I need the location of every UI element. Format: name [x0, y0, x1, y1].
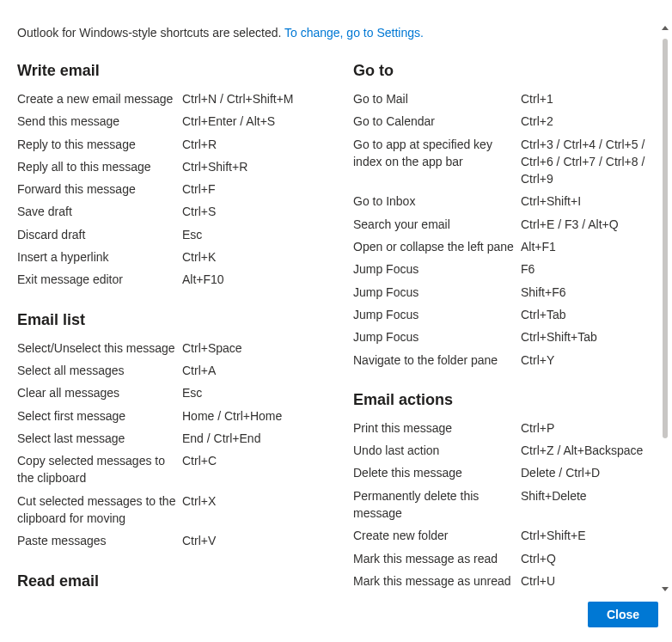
shortcut-action: Send this message: [17, 113, 182, 130]
shortcut-section: Write emailCreate a new email messageCtr…: [17, 62, 319, 289]
shortcut-row: Discard draftEsc: [17, 226, 319, 243]
shortcut-keys: Esc: [182, 384, 319, 401]
section-title: Write email: [17, 62, 319, 80]
shortcut-row: Exit message editorAlt+F10: [17, 271, 319, 288]
shortcut-keys: Ctrl+2: [521, 113, 655, 130]
dialog-footer: Close: [0, 595, 672, 642]
intro-text: Outlook for Windows-style shortcuts are …: [17, 26, 284, 40]
scrollbar-thumb[interactable]: [663, 39, 668, 438]
shortcut-action: Select all messages: [17, 362, 182, 379]
shortcut-action: Clear all messages: [17, 384, 182, 401]
shortcut-row: Copy selected messages to the clipboardC…: [17, 452, 319, 487]
shortcut-keys: Ctrl+A: [182, 362, 319, 379]
shortcut-action: Cut selected messages to the clipboard f…: [17, 492, 182, 528]
shortcut-row: Search your emailCtrl+E / F3 / Alt+Q: [353, 216, 655, 233]
shortcut-keys: Ctrl+E / F3 / Alt+Q: [521, 216, 655, 233]
shortcut-section: Read emailOpen this messageEnter / Space…: [17, 572, 319, 595]
shortcut-keys: Ctrl+Q: [521, 550, 655, 567]
shortcut-action: Mark this message as unread: [353, 572, 521, 590]
shortcut-keys: Esc: [182, 226, 319, 243]
shortcut-action: Undo last action: [353, 442, 521, 459]
shortcut-row: Clear all messagesEsc: [17, 384, 319, 401]
shortcut-action: Select first message: [17, 407, 182, 425]
shortcut-row: Select last messageEnd / Ctrl+End: [17, 430, 319, 447]
scrollbar[interactable]: [658, 0, 672, 595]
shortcut-keys: Shift+Delete: [521, 487, 655, 504]
shortcut-action: Go to Inbox: [353, 193, 521, 210]
shortcut-action: Mark this message as read: [353, 550, 521, 567]
left-column: Write emailCreate a new email messageCtr…: [17, 62, 319, 595]
section-title: Email list: [17, 311, 319, 329]
settings-link[interactable]: To change, go to Settings.: [284, 26, 424, 40]
shortcut-action: Reply all to this message: [17, 158, 182, 175]
shortcut-keys: Ctrl+Space: [182, 339, 319, 357]
shortcut-keys: Alt+F10: [182, 271, 319, 288]
shortcut-keys: Ctrl+K: [182, 248, 319, 266]
shortcut-keys: Alt+F1: [521, 238, 655, 255]
shortcut-action: Go to Calendar: [353, 113, 521, 130]
shortcut-keys: Ctrl+Shift+E: [521, 527, 655, 544]
shortcut-action: Reply to this message: [17, 136, 182, 153]
shortcut-action: Exit message editor: [17, 271, 182, 288]
shortcut-row: Print this messageCtrl+P: [353, 419, 655, 437]
section-title: Go to: [353, 62, 655, 80]
shortcut-keys: Ctrl+Tab: [521, 306, 655, 323]
shortcut-keys: Ctrl+N / Ctrl+Shift+M: [182, 90, 319, 107]
shortcut-row: Go to CalendarCtrl+2: [353, 113, 655, 130]
shortcut-action: Select last message: [17, 430, 182, 447]
shortcut-action: Jump Focus: [353, 260, 521, 278]
shortcut-action: Jump Focus: [353, 306, 521, 323]
shortcut-row: Undo last actionCtrl+Z / Alt+Backspace: [353, 442, 655, 459]
shortcut-action: Create new folder: [353, 527, 521, 544]
shortcut-row: Mark this message as unreadCtrl+U: [353, 572, 655, 590]
shortcut-keys: Delete / Ctrl+D: [521, 464, 655, 481]
shortcut-keys: Ctrl+X: [182, 492, 319, 510]
shortcut-row: Select/Unselect this messageCtrl+Space: [17, 339, 319, 357]
shortcut-action: Forward this message: [17, 180, 182, 198]
shortcut-action: Jump Focus: [353, 284, 521, 301]
shortcut-row: Jump FocusShift+F6: [353, 284, 655, 301]
shortcut-row: Jump FocusF6: [353, 260, 655, 278]
shortcut-action: Go to app at specified key index on the …: [353, 136, 521, 171]
shortcut-action: Open or collapse the left pane: [353, 238, 521, 255]
shortcut-row: Open or collapse the left paneAlt+F1: [353, 238, 655, 255]
shortcut-row: Save draftCtrl+S: [17, 203, 319, 220]
shortcut-keys: Shift+F6: [521, 284, 655, 301]
shortcut-row: Create a new email messageCtrl+N / Ctrl+…: [17, 90, 319, 107]
shortcut-row: Mark this message as readCtrl+Q: [353, 550, 655, 567]
shortcut-keys: F6: [521, 260, 655, 278]
shortcuts-scroll-area[interactable]: Outlook for Windows-style shortcuts are …: [0, 0, 672, 595]
shortcut-row: Jump FocusCtrl+Shift+Tab: [353, 328, 655, 345]
shortcut-row: Jump FocusCtrl+Tab: [353, 306, 655, 323]
shortcut-keys: Ctrl+Shift+I: [521, 193, 655, 210]
shortcut-row: Go to MailCtrl+1: [353, 90, 655, 107]
shortcut-keys: Home / Ctrl+Home: [182, 407, 319, 425]
shortcut-action: Jump Focus: [353, 328, 521, 345]
shortcut-action: Paste messages: [17, 532, 182, 549]
shortcut-section: Go toGo to MailCtrl+1Go to CalendarCtrl+…: [353, 62, 655, 369]
shortcut-keys: Ctrl+F: [182, 180, 319, 198]
shortcut-section: Email listSelect/Unselect this messageCt…: [17, 311, 319, 550]
shortcut-action: Print this message: [353, 419, 521, 437]
close-button[interactable]: Close: [588, 602, 658, 627]
shortcut-row: Cut selected messages to the clipboard f…: [17, 492, 319, 528]
shortcut-action: Discard draft: [17, 226, 182, 243]
shortcut-action: Create a new email message: [17, 90, 182, 107]
shortcut-row: Navigate to the folder paneCtrl+Y: [353, 352, 655, 369]
shortcut-row: Reply to this messageCtrl+R: [17, 136, 319, 153]
shortcut-keys: Ctrl+Z / Alt+Backspace: [521, 442, 655, 459]
shortcut-keys: Ctrl+1: [521, 90, 655, 107]
shortcut-row: Reply all to this messageCtrl+Shift+R: [17, 158, 319, 175]
shortcut-keys: Ctrl+Shift+R: [182, 158, 319, 175]
shortcut-action: Save draft: [17, 203, 182, 220]
scroll-up-icon[interactable]: [662, 26, 669, 30]
scroll-down-icon[interactable]: [662, 587, 669, 591]
shortcut-section: Email actionsPrint this messageCtrl+PUnd…: [353, 391, 655, 595]
shortcut-row: Select all messagesCtrl+A: [17, 362, 319, 379]
shortcut-keys: Ctrl+P: [521, 419, 655, 437]
shortcut-action: Copy selected messages to the clipboard: [17, 452, 182, 487]
intro-text-block: Outlook for Windows-style shortcuts are …: [17, 26, 655, 40]
shortcut-row: Select first messageHome / Ctrl+Home: [17, 407, 319, 425]
shortcut-row: Forward this messageCtrl+F: [17, 180, 319, 198]
section-title: Read email: [17, 572, 319, 590]
